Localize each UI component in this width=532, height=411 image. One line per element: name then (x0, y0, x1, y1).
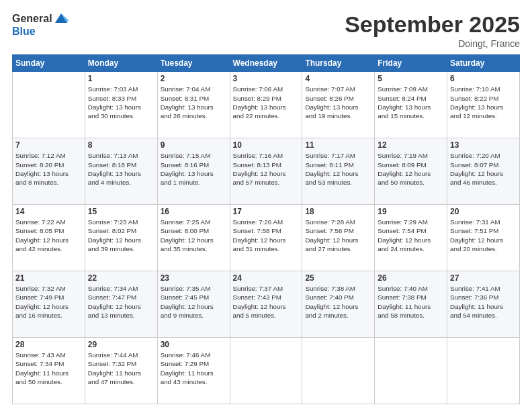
day-info: Sunrise: 7:26 AMSunset: 7:58 PMDaylight:… (233, 218, 300, 253)
day-info: Sunrise: 7:19 AMSunset: 8:09 PMDaylight:… (378, 151, 444, 187)
day-info: Sunrise: 7:04 AMSunset: 8:31 PMDaylight:… (161, 85, 227, 120)
day-number: 4 (305, 74, 371, 83)
day-number: 17 (233, 207, 300, 216)
day-number: 16 (161, 207, 227, 216)
calendar-cell: 1Sunrise: 7:03 AMSunset: 8:33 PMDaylight… (85, 72, 157, 138)
day-info: Sunrise: 7:23 AMSunset: 8:02 PMDaylight:… (88, 218, 154, 253)
title-block: September 2025 Doingt, France (345, 12, 520, 49)
day-number: 1 (88, 74, 154, 83)
day-info: Sunrise: 7:07 AMSunset: 8:26 PMDaylight:… (305, 85, 371, 120)
day-number: 12 (378, 140, 444, 150)
logo-general-text: General (12, 13, 52, 25)
calendar-cell: 26Sunrise: 7:40 AMSunset: 7:38 PMDayligh… (375, 271, 447, 338)
calendar-cell: 2Sunrise: 7:04 AMSunset: 8:31 PMDaylight… (157, 72, 230, 138)
day-info: Sunrise: 7:12 AMSunset: 8:20 PMDaylight:… (15, 151, 82, 187)
week-row-2: 14Sunrise: 7:22 AMSunset: 8:05 PMDayligh… (13, 205, 520, 271)
calendar-cell: 11Sunrise: 7:17 AMSunset: 8:11 PMDayligh… (302, 138, 375, 205)
logo-blue-text: Blue (12, 26, 69, 38)
logo-icon (54, 11, 69, 26)
day-number: 23 (161, 273, 227, 283)
day-number: 25 (305, 273, 371, 283)
day-number: 26 (378, 273, 444, 283)
day-number: 2 (161, 74, 227, 83)
col-header-monday: Monday (85, 55, 157, 72)
calendar-cell (447, 338, 520, 404)
calendar-table: SundayMondayTuesdayWednesdayThursdayFrid… (12, 54, 520, 404)
day-info: Sunrise: 7:09 AMSunset: 8:24 PMDaylight:… (378, 85, 444, 120)
day-info: Sunrise: 7:32 AMSunset: 7:49 PMDaylight:… (15, 284, 82, 320)
day-number: 27 (450, 273, 517, 283)
day-number: 22 (88, 273, 154, 283)
day-info: Sunrise: 7:35 AMSunset: 7:45 PMDaylight:… (161, 284, 227, 320)
day-info: Sunrise: 7:43 AMSunset: 7:34 PMDaylight:… (15, 351, 82, 386)
day-number: 20 (450, 207, 517, 216)
header: General Blue September 2025 Doingt, Fran… (12, 12, 520, 49)
col-header-sunday: Sunday (13, 55, 85, 72)
calendar-cell: 15Sunrise: 7:23 AMSunset: 8:02 PMDayligh… (85, 205, 157, 271)
location: Doingt, France (345, 38, 520, 49)
calendar-cell: 29Sunrise: 7:44 AMSunset: 7:32 PMDayligh… (85, 338, 157, 404)
day-number: 11 (305, 140, 371, 150)
week-row-1: 7Sunrise: 7:12 AMSunset: 8:20 PMDaylight… (13, 138, 520, 205)
day-info: Sunrise: 7:15 AMSunset: 8:16 PMDaylight:… (161, 151, 227, 187)
day-number: 28 (15, 340, 82, 349)
week-row-4: 28Sunrise: 7:43 AMSunset: 7:34 PMDayligh… (13, 338, 520, 404)
day-number: 10 (233, 140, 300, 150)
calendar-cell: 13Sunrise: 7:20 AMSunset: 8:07 PMDayligh… (447, 138, 520, 205)
day-info: Sunrise: 7:31 AMSunset: 7:51 PMDaylight:… (450, 218, 517, 253)
calendar-cell: 28Sunrise: 7:43 AMSunset: 7:34 PMDayligh… (13, 338, 85, 404)
calendar-cell (13, 72, 85, 138)
month-title: September 2025 (345, 12, 520, 37)
day-info: Sunrise: 7:41 AMSunset: 7:36 PMDaylight:… (450, 284, 517, 320)
col-header-tuesday: Tuesday (157, 55, 230, 72)
day-info: Sunrise: 7:44 AMSunset: 7:32 PMDaylight:… (88, 351, 154, 386)
calendar-cell: 25Sunrise: 7:38 AMSunset: 7:40 PMDayligh… (302, 271, 375, 338)
day-info: Sunrise: 7:29 AMSunset: 7:54 PMDaylight:… (378, 218, 444, 253)
day-number: 6 (450, 74, 517, 83)
calendar-page: General Blue September 2025 Doingt, Fran… (0, 0, 532, 411)
calendar-cell: 30Sunrise: 7:46 AMSunset: 7:29 PMDayligh… (157, 338, 230, 404)
calendar-cell: 23Sunrise: 7:35 AMSunset: 7:45 PMDayligh… (157, 271, 230, 338)
day-info: Sunrise: 7:38 AMSunset: 7:40 PMDaylight:… (305, 284, 371, 320)
calendar-cell: 22Sunrise: 7:34 AMSunset: 7:47 PMDayligh… (85, 271, 157, 338)
col-header-thursday: Thursday (302, 55, 375, 72)
day-info: Sunrise: 7:22 AMSunset: 8:05 PMDaylight:… (15, 218, 82, 253)
day-info: Sunrise: 7:16 AMSunset: 8:13 PMDaylight:… (233, 151, 300, 187)
day-info: Sunrise: 7:40 AMSunset: 7:38 PMDaylight:… (378, 284, 444, 320)
day-number: 9 (161, 140, 227, 150)
day-info: Sunrise: 7:03 AMSunset: 8:33 PMDaylight:… (88, 85, 154, 120)
calendar-cell: 12Sunrise: 7:19 AMSunset: 8:09 PMDayligh… (375, 138, 447, 205)
calendar-cell: 20Sunrise: 7:31 AMSunset: 7:51 PMDayligh… (447, 205, 520, 271)
col-header-friday: Friday (375, 55, 447, 72)
day-number: 30 (161, 340, 227, 349)
day-info: Sunrise: 7:06 AMSunset: 8:29 PMDaylight:… (233, 85, 300, 120)
day-number: 5 (378, 74, 444, 83)
calendar-cell: 3Sunrise: 7:06 AMSunset: 8:29 PMDaylight… (230, 72, 302, 138)
day-number: 7 (15, 140, 82, 150)
day-number: 24 (233, 273, 300, 283)
day-info: Sunrise: 7:10 AMSunset: 8:22 PMDaylight:… (450, 85, 517, 120)
calendar-cell: 19Sunrise: 7:29 AMSunset: 7:54 PMDayligh… (375, 205, 447, 271)
calendar-cell: 6Sunrise: 7:10 AMSunset: 8:22 PMDaylight… (447, 72, 520, 138)
day-info: Sunrise: 7:46 AMSunset: 7:29 PMDaylight:… (161, 351, 227, 386)
calendar-cell: 5Sunrise: 7:09 AMSunset: 8:24 PMDaylight… (375, 72, 447, 138)
day-info: Sunrise: 7:17 AMSunset: 8:11 PMDaylight:… (305, 151, 371, 187)
logo: General Blue (12, 12, 69, 38)
calendar-cell (230, 338, 302, 404)
day-number: 29 (88, 340, 154, 349)
day-info: Sunrise: 7:34 AMSunset: 7:47 PMDaylight:… (88, 284, 154, 320)
col-header-wednesday: Wednesday (230, 55, 302, 72)
day-number: 13 (450, 140, 517, 150)
day-number: 18 (305, 207, 371, 216)
day-number: 21 (15, 273, 82, 283)
day-info: Sunrise: 7:20 AMSunset: 8:07 PMDaylight:… (450, 151, 517, 187)
calendar-cell: 10Sunrise: 7:16 AMSunset: 8:13 PMDayligh… (230, 138, 302, 205)
calendar-cell: 27Sunrise: 7:41 AMSunset: 7:36 PMDayligh… (447, 271, 520, 338)
calendar-cell: 14Sunrise: 7:22 AMSunset: 8:05 PMDayligh… (13, 205, 85, 271)
calendar-cell: 21Sunrise: 7:32 AMSunset: 7:49 PMDayligh… (13, 271, 85, 338)
day-info: Sunrise: 7:13 AMSunset: 8:18 PMDaylight:… (88, 151, 154, 187)
calendar-cell: 9Sunrise: 7:15 AMSunset: 8:16 PMDaylight… (157, 138, 230, 205)
day-number: 19 (378, 207, 444, 216)
calendar-cell (302, 338, 375, 404)
calendar-cell: 18Sunrise: 7:28 AMSunset: 7:56 PMDayligh… (302, 205, 375, 271)
